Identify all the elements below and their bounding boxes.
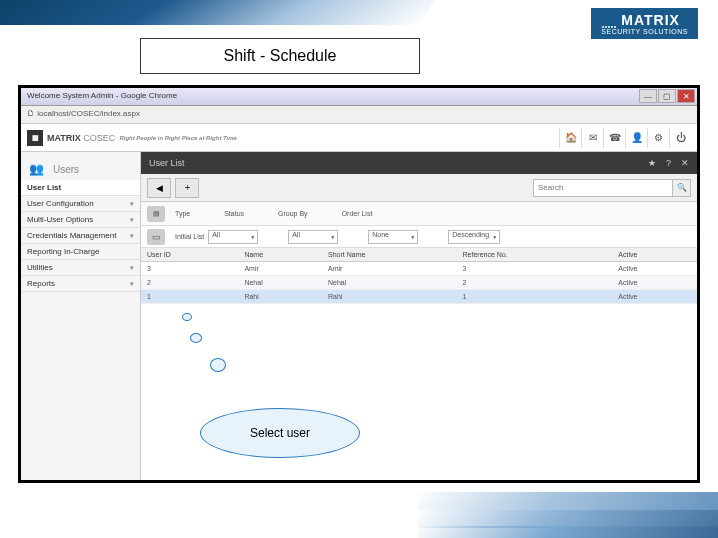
- nav-message-icon[interactable]: ✉: [581, 128, 603, 148]
- logo-tagline: SECURITY SOLUTIONS: [601, 28, 688, 35]
- chevron-down-icon: ▾: [130, 264, 134, 272]
- filter-groupby-label: Group By: [278, 210, 308, 217]
- panel-close-icon[interactable]: ✕: [681, 158, 689, 168]
- groupby-select[interactable]: None: [368, 230, 418, 244]
- status-select[interactable]: All: [288, 230, 338, 244]
- window-minimize-button[interactable]: —: [639, 89, 657, 103]
- app-header: ▦ MATRIX COSEC Right People in Right Pla…: [21, 124, 697, 152]
- panel-favorite-icon[interactable]: ★: [648, 158, 656, 168]
- filter-card-icon[interactable]: ▭: [147, 229, 165, 245]
- window-maximize-button[interactable]: ▢: [658, 89, 676, 103]
- sidebar-item-reporting-in-charge[interactable]: Reporting In-Charge: [21, 244, 140, 260]
- footer-decoration: [418, 478, 718, 538]
- page-title: Shift - Schedule: [140, 38, 420, 74]
- toolbar-add-button[interactable]: ＋: [175, 178, 199, 198]
- nav-phone-icon[interactable]: ☎: [603, 128, 625, 148]
- search-input[interactable]: [533, 179, 673, 197]
- user-table: User ID Name Short Name Reference No. Ac…: [141, 248, 697, 304]
- table-row[interactable]: 2 Nehal Nehal 2 Active: [141, 276, 697, 290]
- sidebar-item-multi-user-options[interactable]: Multi-User Options▾: [21, 212, 140, 228]
- window-close-button[interactable]: ✕: [677, 89, 695, 103]
- browser-window-title: Welcome System Admin - Google Chrome: [27, 91, 177, 100]
- sidebar-item-utilities[interactable]: Utilities▾: [21, 260, 140, 276]
- filter-orderlist-label: Order List: [342, 210, 373, 217]
- nav-power-icon[interactable]: ⏻: [669, 128, 691, 148]
- chevron-down-icon: ▾: [130, 216, 134, 224]
- sidebar-item-user-configuration[interactable]: User Configuration▾: [21, 196, 140, 212]
- col-reference-no[interactable]: Reference No.: [457, 248, 613, 262]
- filter-status-label: Status: [224, 210, 244, 217]
- panel-help-icon[interactable]: ?: [666, 158, 671, 168]
- sidebar-header: Users: [21, 158, 140, 180]
- filter-type-label: Type: [175, 210, 190, 217]
- table-row[interactable]: 1 Rahi Rahi 1 Active: [141, 290, 697, 304]
- chevron-down-icon: ▾: [130, 200, 134, 208]
- filter-list-icon[interactable]: ▤: [147, 206, 165, 222]
- browser-titlebar: Welcome System Admin - Google Chrome — ▢…: [21, 88, 697, 106]
- logo-brand-text: MATRIX: [621, 12, 680, 28]
- orderlist-select[interactable]: Descending: [448, 230, 500, 244]
- brand-logo: MATRIX SECURITY SOLUTIONS: [591, 8, 698, 39]
- app-logo: ▦ MATRIX COSEC Right People in Right Pla…: [27, 130, 237, 146]
- col-short-name[interactable]: Short Name: [322, 248, 457, 262]
- app-brand: MATRIX: [47, 133, 81, 143]
- toolbar: ◀ ＋ 🔍: [141, 174, 697, 202]
- filter-row-1: ▤ Type Status Group By Order List: [141, 202, 697, 226]
- nav-user-icon[interactable]: 👤: [625, 128, 647, 148]
- type-select[interactable]: All: [208, 230, 258, 244]
- app-logo-icon: ▦: [27, 130, 43, 146]
- toolbar-back-button[interactable]: ◀: [147, 178, 171, 198]
- search-icon[interactable]: 🔍: [673, 179, 691, 197]
- app-tagline: Right People in Right Place at Right Tim…: [119, 135, 237, 141]
- col-name[interactable]: Name: [238, 248, 322, 262]
- panel-title: User List: [149, 158, 185, 168]
- sidebar-item-user-list[interactable]: User List: [21, 180, 140, 196]
- sidebar-item-reports[interactable]: Reports▾: [21, 276, 140, 292]
- sidebar: Users User List User Configuration▾ Mult…: [21, 152, 141, 480]
- chevron-down-icon: ▾: [130, 280, 134, 288]
- app-product: COSEC: [83, 133, 115, 143]
- sidebar-header-label: Users: [53, 164, 79, 175]
- panel-header: User List ★ ? ✕: [141, 152, 697, 174]
- col-active[interactable]: Active: [612, 248, 697, 262]
- annotation-text: Select user: [250, 426, 310, 440]
- table-row[interactable]: 3 Amir Amir 3 Active: [141, 262, 697, 276]
- browser-address-bar[interactable]: localhost/COSEC/index.aspx: [21, 106, 697, 124]
- nav-home-icon[interactable]: 🏠: [559, 128, 581, 148]
- initial-list-label: Initial List: [175, 233, 204, 240]
- annotation-cloud: Select user: [200, 388, 380, 458]
- users-icon: [29, 162, 47, 176]
- chevron-down-icon: ▾: [130, 232, 134, 240]
- nav-settings-icon[interactable]: ⚙: [647, 128, 669, 148]
- filter-row-2: ▭ Initial List All All None Descending: [141, 226, 697, 248]
- sidebar-item-credentials-management[interactable]: Credentials Management▾: [21, 228, 140, 244]
- col-user-id[interactable]: User ID: [141, 248, 238, 262]
